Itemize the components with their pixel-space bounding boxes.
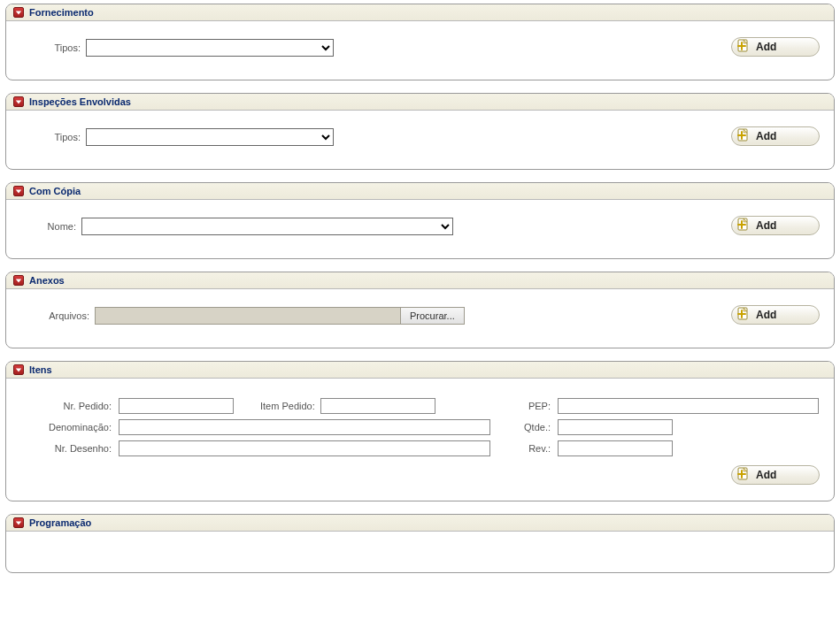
panel-programacao: Programação	[5, 514, 835, 573]
arquivos-label: Arquivos:	[27, 310, 89, 321]
collapse-icon[interactable]	[13, 517, 24, 528]
panel-title: Programação	[29, 517, 91, 528]
panel-title: Inspeções Envolvidas	[29, 96, 131, 107]
add-label: Add	[756, 41, 776, 53]
qtde-label: Qtde.:	[497, 422, 551, 432]
nr-pedido-input[interactable]	[119, 398, 234, 414]
tipos-label: Tipos:	[27, 132, 81, 142]
nr-desenho-input[interactable]	[119, 440, 490, 456]
add-button[interactable]: Add	[731, 37, 820, 57]
svg-marker-8	[16, 189, 21, 193]
svg-marker-20	[16, 521, 21, 524]
add-button[interactable]: Add	[731, 126, 820, 146]
collapse-icon[interactable]	[13, 275, 24, 286]
panel-fornecimento: Fornecimento Tipos: Add	[5, 4, 835, 80]
panel-body: Tipos: Add	[6, 111, 834, 169]
panel-body: Tipos: Add	[6, 21, 834, 80]
collapse-icon[interactable]	[13, 7, 24, 18]
panel-title: Anexos	[29, 275, 65, 286]
nr-desenho-label: Nr. Desenho:	[27, 443, 112, 454]
add-button[interactable]: Add	[731, 465, 820, 485]
add-label: Add	[756, 469, 776, 481]
collapse-icon[interactable]	[13, 364, 24, 375]
add-icon	[735, 218, 751, 233]
nome-label: Nome:	[27, 221, 76, 232]
panel-comcopia: Com Cópia Nome: Add	[5, 182, 835, 259]
denominacao-input[interactable]	[119, 419, 490, 435]
tipos-label: Tipos:	[27, 42, 81, 53]
add-icon	[735, 467, 751, 483]
svg-marker-12	[16, 279, 21, 282]
add-label: Add	[756, 219, 776, 232]
panel-inspecoes: Inspeções Envolvidas Tipos: Add	[5, 93, 835, 170]
pep-input[interactable]	[558, 398, 819, 414]
pep-label: PEP:	[497, 401, 551, 411]
svg-marker-16	[16, 368, 21, 371]
add-label: Add	[756, 130, 776, 142]
item-pedido-input[interactable]	[320, 398, 435, 414]
add-icon	[735, 128, 751, 144]
add-icon	[735, 307, 751, 323]
panel-title: Fornecimento	[29, 7, 94, 18]
panel-header-comcopia[interactable]: Com Cópia	[6, 183, 834, 200]
add-button[interactable]: Add	[731, 305, 820, 325]
collapse-icon[interactable]	[13, 186, 24, 196]
denominacao-label: Denominação:	[27, 422, 112, 432]
panel-body: Nome: Add	[6, 200, 834, 258]
tipos-select[interactable]	[86, 128, 334, 146]
rev-label: Rev.:	[497, 443, 551, 454]
svg-marker-0	[16, 11, 21, 14]
panel-title: Com Cópia	[29, 186, 81, 196]
panel-header-itens[interactable]: Itens	[6, 362, 834, 379]
add-label: Add	[756, 309, 776, 321]
panel-header-inspecoes[interactable]: Inspeções Envolvidas	[6, 94, 834, 111]
add-icon	[735, 39, 751, 55]
panel-header-fornecimento[interactable]: Fornecimento	[6, 4, 834, 21]
qtde-input[interactable]	[558, 419, 673, 435]
nome-select[interactable]	[81, 218, 453, 235]
panel-header-anexos[interactable]: Anexos	[6, 272, 834, 289]
svg-marker-4	[16, 100, 21, 103]
nr-pedido-label: Nr. Pedido:	[27, 401, 112, 411]
panel-anexos: Anexos Arquivos: Procurar... Add	[5, 272, 835, 348]
item-pedido-label: Item Pedido:	[260, 401, 315, 411]
collapse-icon[interactable]	[13, 96, 24, 107]
panel-header-programacao[interactable]: Programação	[6, 515, 834, 532]
panel-body: Nr. Pedido: Item Pedido: PEP: Denominaçã…	[6, 379, 834, 501]
panel-itens: Itens Nr. Pedido: Item Pedido: PEP: Deno…	[5, 361, 835, 501]
panel-title: Itens	[29, 364, 52, 375]
panel-body: Arquivos: Procurar... Add	[6, 289, 834, 348]
browse-button[interactable]: Procurar...	[400, 307, 465, 325]
file-path-display	[95, 307, 400, 325]
rev-input[interactable]	[558, 440, 673, 456]
add-button[interactable]: Add	[731, 216, 820, 235]
tipos-select[interactable]	[86, 39, 334, 57]
panel-body	[6, 532, 834, 572]
